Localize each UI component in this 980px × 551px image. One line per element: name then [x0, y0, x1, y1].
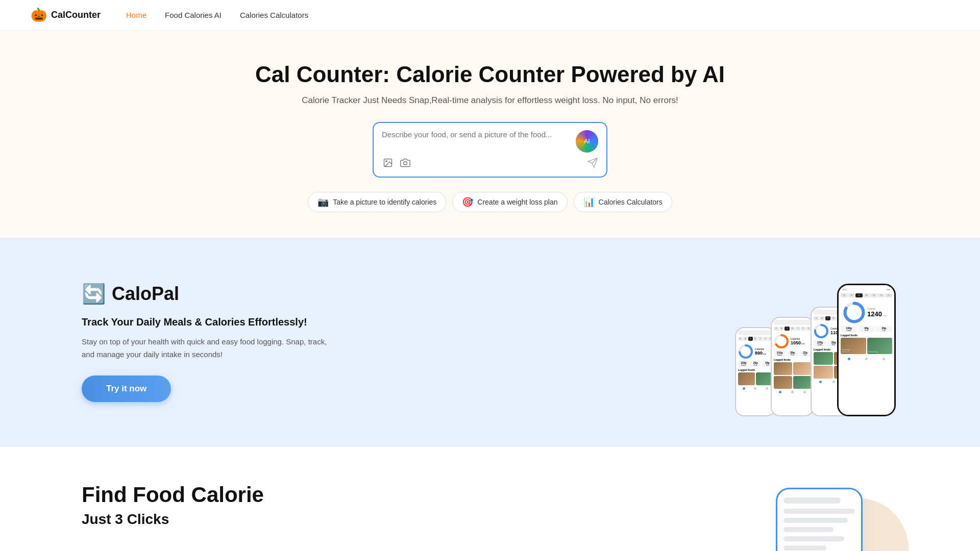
upload-image-button[interactable] [382, 157, 394, 171]
phone-main: 9:41●●● 15161718192021 Calories 1240 kca… [837, 284, 896, 416]
calopal-heading: Track Your Daily Meals & Calories Effort… [82, 316, 337, 328]
bottom-section: Find Food Calorie Just 3 Clicks [0, 447, 980, 551]
pill-take-picture[interactable]: 📷 Take a picture to identify calories [308, 192, 446, 212]
calopal-section: 🔄 CaloPal Track Your Daily Meals & Calor… [0, 238, 980, 447]
phone-back-2: SMTWTFS Calories1050 kcal 110gCarbs 28gP… [771, 317, 814, 416]
calopal-name: CaloPal [112, 283, 179, 305]
phone-mockups: SMTWTFS Calories890 kcal 120gCarbs 25gPr… [735, 268, 898, 416]
try-now-button[interactable]: Try it now [82, 375, 171, 402]
ai-inner-icon: AI [576, 130, 598, 153]
search-input[interactable] [382, 130, 571, 151]
calopal-brand: 🔄 CaloPal [82, 283, 337, 305]
ai-avatar-icon: AI [576, 130, 598, 153]
calopal-description: Stay on top of your health with quick an… [82, 335, 337, 361]
bottom-title: Find Food Calorie [82, 483, 745, 507]
send-button[interactable] [587, 157, 598, 171]
pill-take-picture-label: Take a picture to identify calories [333, 198, 436, 206]
hero-subtitle: Calorie Tracker Just Needs Snap,Real-tim… [20, 95, 960, 106]
calopal-content: 🔄 CaloPal Track Your Daily Meals & Calor… [82, 283, 337, 402]
nav-links: Home Food Calories AI Calories Calculato… [126, 11, 308, 19]
pill-weight-loss-label: Create a weight loss plan [477, 198, 557, 206]
logo[interactable]: 🎃 CalCounter [31, 7, 101, 23]
logo-icon: 🎃 [31, 7, 47, 23]
logo-text: CalCounter [51, 10, 101, 20]
phone-back-3: SMTWTFS Calories890 kcal 120gCarbs 25gPr… [735, 327, 776, 416]
bottom-illustration [776, 483, 898, 551]
hero-title: Cal Counter: Calorie Counter Powered by … [20, 61, 960, 88]
pill-camera-emoji: 📷 [317, 196, 329, 208]
svg-point-1 [386, 161, 387, 162]
bottom-subtitle: Just 3 Clicks [82, 511, 745, 528]
search-media-icons [382, 157, 411, 171]
navigation: 🎃 CalCounter Home Food Calories AI Calor… [0, 0, 980, 31]
bottom-content: Find Food Calorie Just 3 Clicks [82, 483, 745, 528]
nav-link-calculators[interactable]: Calories Calculators [240, 11, 308, 19]
pill-target-emoji: 🎯 [462, 196, 473, 208]
pill-chart-emoji: 📊 [583, 196, 595, 208]
feature-pills: 📷 Take a picture to identify calories 🎯 … [20, 192, 960, 212]
camera-button[interactable] [399, 157, 411, 171]
search-box: AI [373, 122, 607, 178]
nav-link-home[interactable]: Home [126, 11, 146, 19]
hero-section: Cal Counter: Calorie Counter Powered by … [0, 31, 980, 238]
calopal-icon: 🔄 [82, 283, 106, 305]
svg-point-2 [404, 161, 407, 165]
nav-link-food-calories[interactable]: Food Calories AI [165, 11, 222, 19]
pill-calculators[interactable]: 📊 Calories Calculators [574, 192, 672, 212]
pill-calculators-label: Calories Calculators [599, 198, 663, 206]
pill-weight-loss[interactable]: 🎯 Create a weight loss plan [452, 192, 567, 212]
